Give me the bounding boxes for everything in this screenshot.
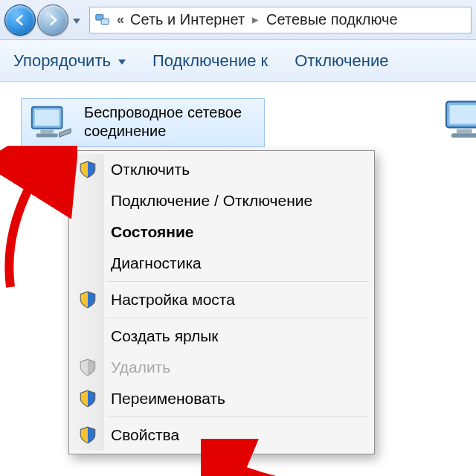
ctx-item-label: Диагностика — [111, 254, 202, 272]
ctx-item-rename[interactable]: Переименовать — [71, 383, 373, 414]
connection-label-line1: Беспроводное сетевое — [84, 103, 242, 122]
shield-icon — [78, 389, 97, 408]
ctx-item-bridge[interactable]: Настройка моста — [71, 284, 373, 315]
explorer-toolbar: Упорядочить Подключение к Отключение — [0, 40, 476, 82]
ctx-item-properties[interactable]: Свойства — [71, 419, 373, 451]
ctx-item-diagnostics[interactable]: Диагностика — [71, 248, 373, 279]
dropdown-icon — [118, 60, 126, 65]
ctx-item-label: Свойства — [111, 426, 179, 444]
nav-back-button[interactable] — [4, 4, 36, 36]
connection-item-wireless[interactable]: Беспроводное сетевое соединение — [21, 98, 265, 147]
svg-rect-3 — [35, 110, 60, 126]
toolbar-organize-button[interactable]: Упорядочить — [13, 51, 126, 71]
svg-rect-7 — [450, 105, 476, 123]
connection-label: Беспроводное сетевое соединение — [84, 103, 242, 141]
address-bar[interactable]: « Сеть и Интернет ▸ Сетевые подключе — [89, 7, 472, 33]
svg-rect-4 — [40, 130, 53, 134]
network-folder-icon — [94, 12, 111, 28]
context-menu-separator — [106, 281, 370, 282]
shield-icon — [78, 160, 97, 179]
connection-label-line2: соединение — [84, 122, 242, 141]
connection-item-other[interactable] — [439, 98, 476, 143]
toolbar-organize-label: Упорядочить — [13, 51, 111, 71]
annotation-arrow-icon — [0, 146, 77, 295]
ctx-item-label: Подключение / Отключение — [111, 192, 312, 210]
nav-history-dropdown[interactable] — [70, 4, 80, 36]
shield-icon — [78, 290, 97, 309]
breadcrumb-seg-2[interactable]: Сетевые подключе — [266, 11, 398, 28]
toolbar-disconnect-label: Отключение — [295, 51, 388, 71]
ctx-item-label: Настройка моста — [111, 291, 235, 309]
content-pane: Беспроводное сетевое соединение Отключит… — [0, 82, 476, 476]
context-menu-separator — [106, 416, 370, 417]
context-menu-separator — [106, 318, 370, 318]
ctx-item-status[interactable]: Состояние — [71, 216, 373, 248]
ctx-item-delete: Удалить — [71, 352, 373, 383]
svg-rect-9 — [451, 133, 476, 138]
ctx-item-label: Удалить — [111, 358, 170, 376]
toolbar-connect-to-label: Подключение к — [152, 51, 268, 71]
ctx-item-label: Отключить — [111, 161, 190, 178]
breadcrumb-separator-icon: ▸ — [252, 12, 259, 28]
ctx-item-label: Состояние — [111, 223, 193, 241]
network-adapter-icon — [28, 103, 74, 142]
window-titlebar: « Сеть и Интернет ▸ Сетевые подключе — [0, 0, 476, 40]
breadcrumb-seg-1[interactable]: Сеть и Интернет — [130, 11, 245, 28]
breadcrumb-overflow-icon[interactable]: « — [117, 12, 121, 28]
toolbar-connect-to-button[interactable]: Подключение к — [152, 51, 268, 71]
shield-icon — [78, 425, 97, 445]
ctx-item-label: Создать ярлык — [111, 327, 219, 345]
svg-rect-8 — [457, 129, 472, 134]
nav-buttons — [4, 4, 80, 36]
ctx-item-create-shortcut[interactable]: Создать ярлык — [71, 321, 373, 352]
ctx-item-disconnect[interactable]: Отключить — [71, 154, 373, 185]
ctx-item-connect-disconnect[interactable]: Подключение / Отключение — [71, 185, 373, 216]
context-menu: Отключить Подключение / Отключение Состо… — [68, 150, 375, 454]
nav-forward-button[interactable] — [37, 4, 68, 36]
svg-rect-5 — [36, 134, 58, 138]
svg-rect-1 — [101, 19, 109, 24]
ctx-item-label: Переименовать — [111, 390, 225, 408]
toolbar-disconnect-button[interactable]: Отключение — [295, 51, 388, 71]
shield-icon — [78, 358, 97, 377]
